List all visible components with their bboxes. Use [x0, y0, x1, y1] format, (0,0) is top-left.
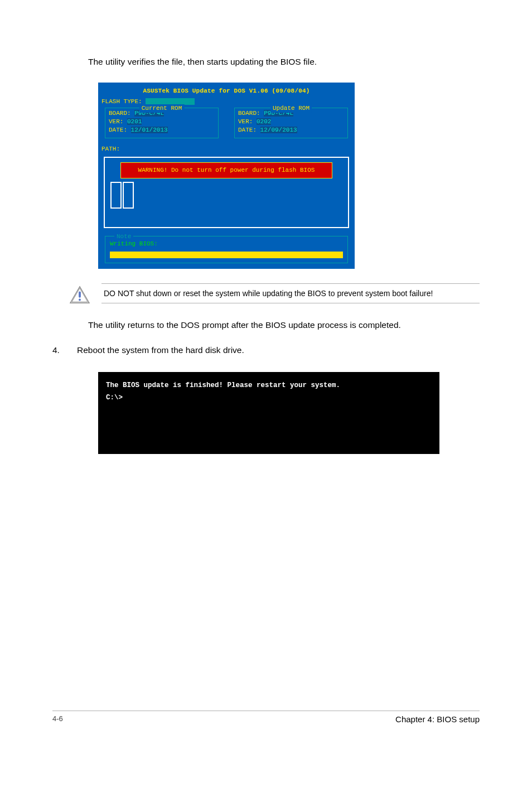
- path-label: PATH:: [98, 144, 355, 154]
- step-4-number: 4.: [52, 345, 61, 355]
- upd-board-key: BOARD:: [238, 110, 264, 117]
- step-4-text: Reboot the system from the hard disk dri…: [77, 345, 244, 355]
- small-white-box-2: [123, 182, 134, 209]
- note-legend: Note: [114, 233, 133, 241]
- dos-title: ASUSTek BIOS Update for DOS V1.06 (09/08…: [98, 83, 355, 98]
- svg-point-1: [79, 298, 81, 301]
- cur-date-val: 12/01/2013: [131, 127, 168, 133]
- current-rom-legend: Current ROM: [139, 104, 185, 113]
- writing-bios-label: Writing BIOS:: [110, 240, 343, 248]
- update-rom-legend: Update ROM: [270, 104, 312, 113]
- update-rom-box: Update ROM BOARD: P9D-C/4L VER: 0202 DAT…: [234, 108, 348, 138]
- caution-text: DO NOT shut down or reset the system whi…: [101, 283, 480, 304]
- page-number: 4-6: [52, 714, 63, 724]
- flash-type-value: MXIC 25L1605A: [146, 98, 195, 105]
- warning-container: WARNING! Do not turn off power during fl…: [104, 157, 349, 228]
- upd-ver-key: VER:: [238, 118, 257, 125]
- note-box: Note Writing BIOS:: [105, 236, 348, 263]
- cur-board-key: BOARD:: [109, 110, 134, 117]
- svg-rect-0: [79, 291, 81, 297]
- upd-date-val: 12/09/2013: [260, 127, 297, 133]
- instruction-line-1: The utility verifies the file, then star…: [88, 56, 480, 68]
- dos-prompt-terminal: The BIOS update is finished! Please rest…: [98, 372, 439, 454]
- instruction-line-2: The utility returns to the DOS prompt af…: [88, 319, 480, 331]
- upd-ver-val: 0202: [257, 118, 271, 125]
- progress-bar: [110, 252, 343, 258]
- bios-update-dos-window: ASUSTek BIOS Update for DOS V1.06 (09/08…: [98, 83, 355, 269]
- upd-date-key: DATE:: [238, 127, 260, 133]
- cur-ver-val: 0201: [127, 118, 142, 125]
- cur-ver-key: VER:: [109, 118, 127, 125]
- cur-date-key: DATE:: [109, 127, 131, 133]
- caution-icon: [69, 286, 90, 305]
- chapter-title: Chapter 4: BIOS setup: [395, 714, 480, 724]
- current-rom-box: Current ROM BOARD: P9D-C/4L VER: 0201 DA…: [105, 108, 219, 138]
- flash-type-label: FLASH TYPE:: [101, 98, 142, 105]
- warning-box: WARNING! Do not turn off power during fl…: [120, 162, 332, 178]
- terminal-line-1: The BIOS update is finished! Please rest…: [106, 380, 432, 392]
- small-white-box-1: [110, 182, 122, 209]
- terminal-line-2: C:\>: [106, 392, 432, 404]
